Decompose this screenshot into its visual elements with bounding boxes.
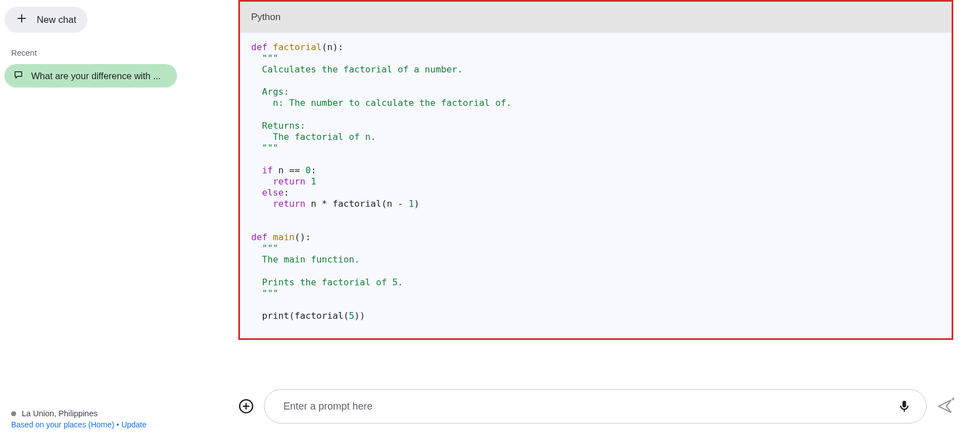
prompt-input[interactable] xyxy=(283,401,897,412)
prompt-container[interactable] xyxy=(264,389,927,424)
location-text: La Union, Philippines xyxy=(22,409,97,418)
location-row: La Union, Philippines xyxy=(11,409,180,418)
sidebar: New chat Recent What are your difference… xyxy=(0,0,192,438)
microphone-button[interactable] xyxy=(897,399,912,413)
prompt-bar: ✦ xyxy=(192,389,980,424)
new-chat-label: New chat xyxy=(37,14,76,26)
sidebar-footer: La Union, Philippines Based on your plac… xyxy=(4,409,187,431)
new-chat-button[interactable]: New chat xyxy=(4,7,87,33)
response-area: Python def factorial(n): """ Calculates … xyxy=(214,0,958,438)
location-subtext[interactable]: Based on your places (Home) • Update xyxy=(11,420,180,429)
main-area: Python def factorial(n): """ Calculates … xyxy=(192,0,980,438)
add-attachment-button[interactable] xyxy=(238,398,254,414)
code-language-label: Python xyxy=(240,2,952,33)
send-button[interactable]: ✦ xyxy=(937,398,953,415)
chat-history-item[interactable]: What are your difference with ... xyxy=(4,64,177,87)
recent-heading: Recent xyxy=(4,48,187,64)
code-content[interactable]: def factorial(n): """ Calculates the fac… xyxy=(240,33,952,330)
location-dot-icon xyxy=(11,411,16,416)
sparkle-icon: ✦ xyxy=(950,396,955,403)
plus-icon xyxy=(16,12,28,27)
code-block: Python def factorial(n): """ Calculates … xyxy=(238,0,953,340)
chat-history-label: What are your difference with ... xyxy=(31,71,161,81)
chat-bubble-icon xyxy=(13,70,23,82)
